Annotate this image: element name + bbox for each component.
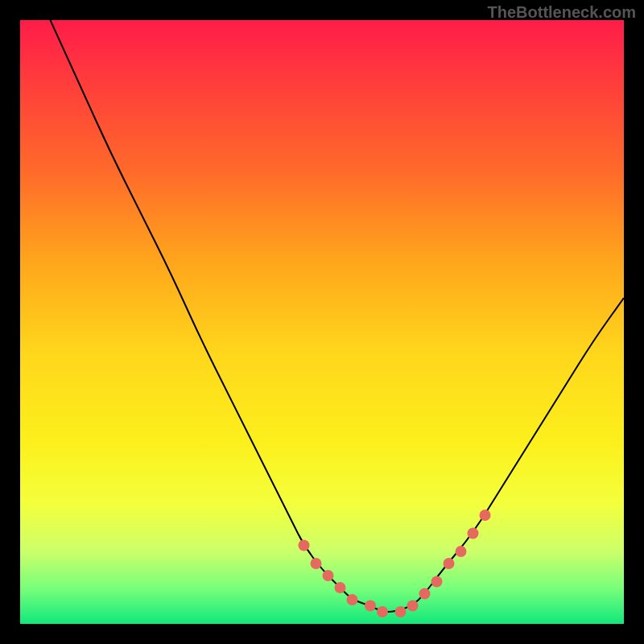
marker-dot [431,576,443,588]
bottleneck-curve-path [51,20,625,612]
marker-dot [468,528,479,539]
marker-dot [456,546,467,557]
marker-dot [299,540,310,551]
marker-dot [407,601,419,612]
marker-dot [335,582,346,593]
chart-svg [20,20,624,624]
marker-dot [419,588,431,600]
marker-dot [323,570,334,581]
marker-dot [311,558,322,569]
marker-dots-group [299,510,491,617]
marker-dot [395,606,407,617]
marker-dot [365,601,376,612]
chart-plot-area [20,20,624,624]
marker-dot [480,510,491,521]
marker-dot [444,558,455,569]
marker-dot [347,594,358,605]
attribution-text: TheBottleneck.com [488,3,636,22]
marker-dot [377,606,388,617]
